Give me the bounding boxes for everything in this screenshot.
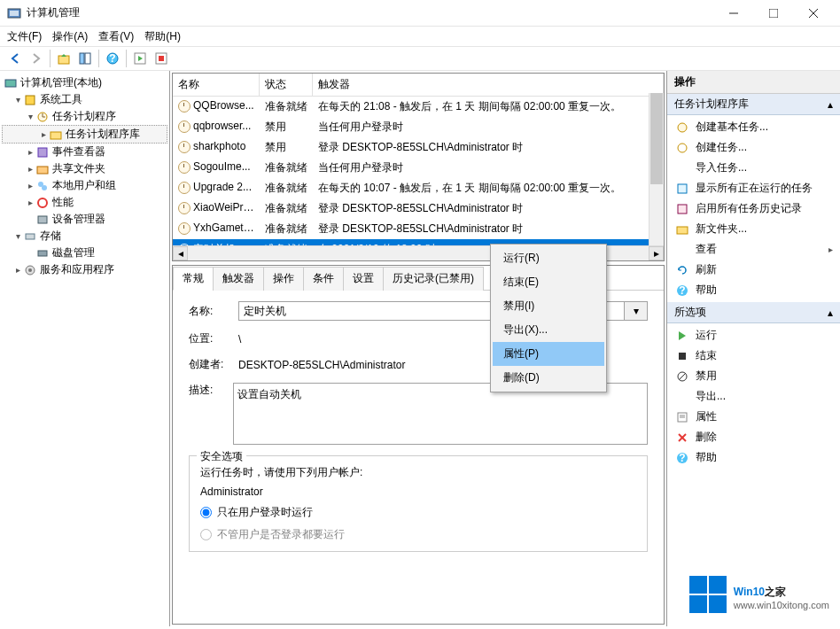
forward-button[interactable] — [27, 49, 46, 68]
tree-performance[interactable]: ▸性能 — [2, 194, 167, 211]
tree-task-scheduler[interactable]: ▾任务计划程序 — [2, 108, 167, 125]
svg-rect-15 — [26, 96, 35, 105]
menu-action[interactable]: 操作(A) — [52, 29, 88, 44]
actions-section-library[interactable]: 任务计划程序库▴ — [667, 94, 840, 115]
action-disable[interactable]: 禁用 — [671, 366, 836, 386]
svg-rect-6 — [58, 56, 69, 64]
action-enable-history[interactable]: 启用所有任务历史记录 — [671, 198, 836, 219]
tree-system-tools[interactable]: ▾系统工具 — [2, 91, 167, 108]
menu-help[interactable]: 帮助(H) — [144, 29, 181, 44]
action-create[interactable]: 创建任务... — [671, 137, 836, 158]
close-button[interactable] — [793, 0, 833, 26]
action-help[interactable]: ?帮助 — [671, 280, 836, 300]
context-menu: 运行(R) 结束(E) 禁用(I) 导出(X)... 属性(P) 删除(D) — [490, 244, 607, 392]
ctx-run[interactable]: 运行(R) — [493, 246, 604, 270]
ctx-properties[interactable]: 属性(P) — [493, 342, 604, 366]
security-user: Administrator — [200, 485, 636, 498]
vertical-scrollbar[interactable] — [649, 93, 664, 245]
task-row[interactable]: Upgrade 2...准备就绪在每天的 10:07 - 触发后，在 1 天 期… — [173, 178, 664, 198]
task-list-header[interactable]: 名称 状态 触发器 — [173, 74, 664, 97]
watermark: Win10之家 www.win10xitong.com — [689, 576, 829, 613]
tree-device-manager[interactable]: ▸设备管理器 — [2, 211, 167, 228]
task-row[interactable]: qqbrowser...禁用当任何用户登录时 — [173, 117, 664, 137]
view-button[interactable] — [75, 49, 95, 68]
tree-task-library[interactable]: ▸任务计划程序库 — [2, 125, 167, 144]
svg-rect-8 — [85, 53, 90, 64]
minimize-button[interactable] — [713, 0, 753, 26]
svg-rect-20 — [38, 148, 47, 157]
svg-rect-13 — [159, 56, 164, 61]
window-title: 计算机管理 — [27, 5, 713, 20]
radio-any[interactable] — [200, 529, 212, 540]
toolbar: ? — [0, 46, 840, 71]
tree-shared-folders[interactable]: ▸共享文件夹 — [2, 160, 167, 177]
svg-rect-37 — [679, 353, 686, 360]
tab-history[interactable]: 历史记录(已禁用) — [383, 267, 484, 291]
creator-label: 创建者: — [189, 357, 238, 372]
action-view[interactable]: 查看▸ — [671, 239, 836, 260]
action-run[interactable]: 运行 — [671, 325, 836, 346]
action-props[interactable]: 属性 — [671, 407, 836, 427]
svg-text:?: ? — [679, 284, 685, 297]
svg-line-39 — [679, 373, 686, 380]
tab-actions[interactable]: 操作 — [263, 267, 304, 291]
back-button[interactable] — [5, 49, 25, 68]
navigation-tree[interactable]: 计算机管理(本地) ▾系统工具 ▾任务计划程序 ▸任务计划程序库 ▸事件查看器 … — [0, 71, 170, 626]
help-button[interactable]: ? — [103, 49, 122, 68]
task-row[interactable]: sharkphoto禁用登录 DESKTOP-8E5SLCH\Administr… — [173, 137, 664, 158]
tree-root[interactable]: 计算机管理(本地) — [2, 74, 167, 91]
security-hint: 运行任务时，请使用下列用户帐户: — [200, 465, 636, 480]
column-trigger[interactable]: 触发器 — [313, 74, 664, 96]
tab-conditions[interactable]: 条件 — [303, 267, 344, 291]
action-delete[interactable]: 删除 — [671, 427, 836, 447]
stop-button[interactable] — [152, 49, 171, 68]
column-status[interactable]: 状态 — [260, 74, 313, 96]
task-row[interactable]: YxhGametray准备就绪登录 DESKTOP-8E5SLCH\Admini… — [173, 219, 664, 239]
svg-point-24 — [38, 198, 47, 207]
actions-section-selected[interactable]: 所选项▴ — [667, 302, 840, 323]
tree-event-viewer[interactable]: ▸事件查看器 — [2, 144, 167, 160]
task-row[interactable]: XiaoWeiPri...准备就绪登录 DESKTOP-8E5SLCH\Admi… — [173, 198, 664, 219]
action-end[interactable]: 结束 — [671, 346, 836, 366]
action-import[interactable]: 导入任务... — [671, 158, 836, 178]
up-button[interactable] — [54, 49, 74, 68]
tree-storage[interactable]: ▾存储 — [2, 228, 167, 245]
svg-rect-7 — [80, 53, 84, 64]
svg-point-23 — [42, 185, 47, 190]
tree-users-groups[interactable]: ▸本地用户和组 — [2, 177, 167, 194]
ctx-export[interactable]: 导出(X)... — [493, 318, 604, 342]
svg-rect-3 — [769, 9, 778, 18]
tab-triggers[interactable]: 触发器 — [213, 267, 264, 291]
location-label: 位置: — [189, 331, 238, 346]
security-options: 安全选项 运行任务时，请使用下列用户帐户: Administrator 只在用户… — [189, 455, 648, 552]
tree-services-apps[interactable]: ▸服务和应用程序 — [2, 261, 167, 278]
action-refresh[interactable]: 刷新 — [671, 260, 836, 280]
svg-rect-19 — [51, 132, 61, 139]
maximize-button[interactable] — [753, 0, 793, 26]
title-bar: 计算机管理 — [0, 0, 840, 27]
action-new-folder[interactable]: 新文件夹... — [671, 219, 836, 239]
task-row[interactable]: SogouIme...准备就绪当任何用户登录时 — [173, 158, 664, 178]
desc-label: 描述: — [189, 383, 233, 398]
tree-disk-management[interactable]: ▸磁盘管理 — [2, 245, 167, 261]
ctx-end[interactable]: 结束(E) — [493, 270, 604, 294]
svg-text:?: ? — [109, 52, 115, 65]
svg-rect-14 — [5, 80, 16, 87]
ctx-delete[interactable]: 删除(D) — [493, 366, 604, 390]
column-name[interactable]: 名称 — [173, 74, 260, 96]
action-export[interactable]: 导出... — [671, 386, 836, 407]
name-browse-button[interactable]: ▾ — [625, 301, 648, 321]
task-list[interactable]: 名称 状态 触发器 QQBrowse...准备就绪在每天的 21:08 - 触发… — [172, 73, 665, 261]
name-label: 名称: — [189, 304, 238, 319]
action-help2[interactable]: ?帮助 — [671, 447, 836, 468]
ctx-disable[interactable]: 禁用(I) — [493, 294, 604, 318]
radio-logged-on[interactable] — [200, 507, 212, 518]
tab-settings[interactable]: 设置 — [343, 267, 384, 291]
menu-file[interactable]: 文件(F) — [7, 29, 42, 44]
task-row[interactable]: QQBrowse...准备就绪在每天的 21:08 - 触发后，在 1 天 期间… — [173, 97, 664, 117]
action-create-basic[interactable]: 创建基本任务... — [671, 117, 836, 137]
action-show-running[interactable]: 显示所有正在运行的任务 — [671, 178, 836, 198]
menu-view[interactable]: 查看(V) — [98, 29, 134, 44]
run-button[interactable] — [130, 49, 150, 68]
tab-general[interactable]: 常规 — [173, 267, 214, 291]
